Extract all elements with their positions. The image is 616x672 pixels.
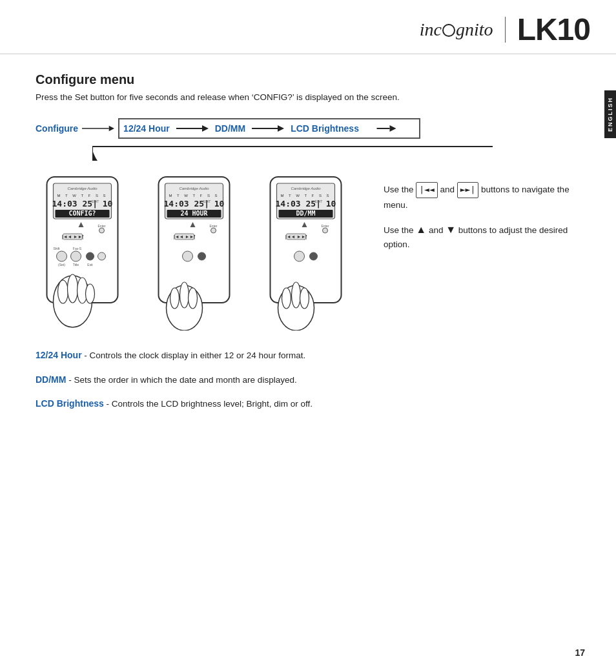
svg-text:M T W T F S S: M T W T F S S (57, 194, 107, 198)
adjust-instruction: Use the ▲ and ▼ buttons to adjust the de… (384, 221, 580, 252)
svg-point-21 (99, 228, 105, 233)
feature-desc-brightness: - Controls the LCD brightness level; Bri… (107, 399, 313, 409)
arrow-svg-2 (176, 122, 209, 135)
feature-desc-ddmm: - Sets the order in which the date and m… (68, 375, 296, 385)
svg-text:EDIT: EDIT (315, 199, 322, 203)
svg-point-36 (58, 280, 68, 303)
svg-marker-7 (389, 125, 396, 132)
devices-section: Cambridge Audio M T W T F S S 14:03 25| … (36, 176, 580, 331)
svg-text:Shift: Shift (53, 247, 60, 250)
feature-desc-hour: - Controls the clock display in either 1… (84, 351, 305, 360)
language-tab: ENGLISH (604, 90, 616, 138)
svg-text:Enter: Enter (98, 224, 106, 228)
up-button-icon: ▲ (416, 224, 426, 235)
flow-item-brightness: LCD Brightness (291, 123, 359, 134)
flow-item-hour: 12/24 Hour (123, 123, 170, 134)
down-button-icon: ▼ (446, 224, 456, 235)
page-header: inc gnito LK10 (0, 0, 616, 54)
svg-text:Title: Title (73, 263, 79, 267)
svg-point-57 (170, 288, 180, 309)
svg-text:EDIT: EDIT (92, 199, 99, 203)
brand-incognito: inc (420, 19, 442, 40)
svg-marker-1 (109, 126, 114, 131)
svg-point-28 (57, 251, 67, 261)
flow-item-ddmm: DD/MM (215, 123, 245, 134)
flow-arrow-3 (252, 122, 284, 135)
device-3-image: Cambridge Audio M T W T F S S 14:03 25| … (259, 176, 365, 331)
page-title: Configure menu (36, 72, 580, 87)
svg-text:Cambridge Audio: Cambridge Audio (179, 187, 209, 190)
svg-marker-5 (278, 125, 284, 132)
brand-logo: inc gnito (420, 19, 493, 40)
svg-point-55 (198, 252, 206, 260)
svg-point-58 (180, 282, 189, 308)
svg-point-54 (183, 251, 193, 261)
main-content: Configure menu Press the Set button for … (0, 54, 616, 434)
return-arrow-svg (92, 144, 499, 162)
svg-text:|◄◄  ►►|: |◄◄ ►►| (62, 234, 83, 239)
svg-text:M T W T F S S: M T W T F S S (169, 194, 219, 198)
brand-incognito-2: gnito (456, 19, 493, 40)
feature-item-brightness: LCD Brightness - Controls the LCD bright… (36, 397, 580, 411)
flow-diagram-container: Configure 12/24 Hour DD/MM (36, 118, 580, 164)
svg-point-30 (87, 252, 94, 260)
svg-point-75 (310, 252, 318, 260)
svg-text:Fav-S: Fav-S (73, 247, 82, 250)
svg-point-29 (71, 251, 81, 261)
header-divider (505, 17, 506, 43)
feature-term-brightness: LCD Brightness (36, 398, 104, 409)
svg-text:14:03  25| 10: 14:03 25| 10 (52, 199, 113, 209)
flow-item-configure: Configure (36, 123, 78, 134)
svg-point-59 (189, 288, 198, 309)
svg-text:Exit: Exit (87, 263, 93, 267)
device-2-image: Cambridge Audio M T W T F S S 14:03 25| … (147, 176, 254, 331)
svg-text:14:03  25| 10: 14:03 25| 10 (164, 199, 225, 209)
flow-arrow-2 (176, 122, 209, 135)
svg-point-49 (211, 228, 216, 233)
svg-text:CONFIG?: CONFIG? (68, 210, 96, 217)
svg-point-37 (68, 274, 78, 303)
svg-text:M T W T F S S: M T W T F S S (280, 194, 331, 198)
svg-point-77 (282, 288, 291, 309)
svg-text:Cambridge Audio: Cambridge Audio (291, 187, 321, 190)
svg-point-39 (86, 284, 95, 303)
svg-text:Enter: Enter (210, 224, 218, 228)
svg-point-74 (294, 251, 305, 261)
model-name: LK10 (517, 12, 590, 47)
svg-text:EDIT: EDIT (203, 199, 210, 203)
svg-text:|◄◄  ►►|: |◄◄ ►►| (174, 234, 195, 239)
svg-text:14:03  25| 10: 14:03 25| 10 (276, 199, 336, 209)
svg-text:(Set): (Set) (58, 263, 65, 267)
svg-marker-3 (202, 125, 209, 132)
logo-o-icon (442, 24, 455, 37)
svg-text:|◄◄  ►►|: |◄◄ ►►| (285, 234, 307, 239)
svg-point-69 (323, 228, 328, 233)
flow-box: 12/24 Hour DD/MM LCD Brightness (118, 118, 420, 139)
feature-term-ddmm: DD/MM (36, 374, 66, 385)
navigate-instruction: Use the |◄◄ and ►►| buttons to navigate … (384, 182, 580, 212)
svg-text:DD/MM: DD/MM (296, 210, 315, 217)
arrow-svg-4 (365, 122, 407, 135)
return-arrow-row (92, 144, 580, 164)
feature-term-hour: 12/24 Hour (36, 350, 82, 360)
flow-arrow-1 (82, 122, 114, 135)
feature-item-ddmm: DD/MM - Sets the order in which the date… (36, 373, 580, 387)
arrow-svg-3 (252, 122, 284, 135)
flow-diagram: Configure 12/24 Hour DD/MM (36, 118, 580, 139)
feature-item-hour: 12/24 Hour - Controls the clock display … (36, 349, 580, 362)
page-description: Press the Set button for five seconds an… (36, 91, 565, 104)
svg-text:24 HOUR: 24 HOUR (180, 210, 208, 217)
arrow-svg-1 (82, 122, 114, 135)
device-1-image: Cambridge Audio M T W T F S S 14:03 25| … (36, 176, 142, 331)
page-number: 17 (575, 647, 585, 658)
svg-text:Enter: Enter (322, 224, 329, 228)
svg-point-78 (292, 282, 301, 308)
svg-point-31 (98, 252, 106, 260)
feature-list: 12/24 Hour - Controls the clock display … (36, 349, 580, 411)
prev-button-icon: |◄◄ (416, 182, 437, 198)
next-button-icon: ►►| (457, 182, 478, 198)
side-instructions: Use the |◄◄ and ►►| buttons to navigate … (371, 176, 580, 261)
flow-arrow-4 (365, 122, 407, 135)
svg-text:Cambridge Audio: Cambridge Audio (67, 187, 98, 190)
svg-point-79 (300, 288, 309, 309)
